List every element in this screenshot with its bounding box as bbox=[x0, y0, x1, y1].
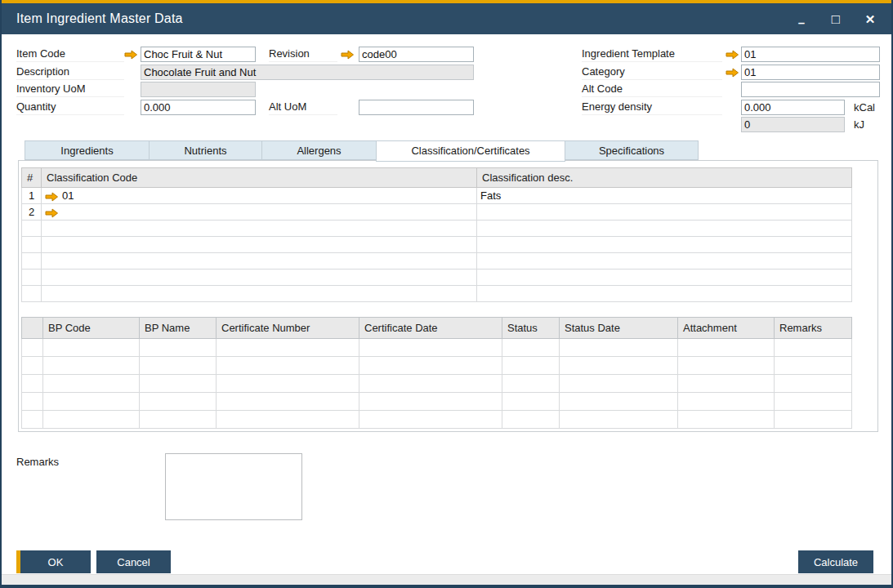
classification-code-cell[interactable] bbox=[42, 204, 477, 220]
col-header-rownum bbox=[22, 318, 43, 339]
status-strip bbox=[2, 574, 891, 585]
row-number: 1 bbox=[22, 188, 42, 204]
table-row bbox=[22, 339, 852, 357]
status-date-cell[interactable] bbox=[560, 357, 678, 375]
link-arrow-icon[interactable] bbox=[726, 50, 739, 60]
category-input[interactable] bbox=[741, 65, 880, 80]
kcal-unit-label: kCal bbox=[854, 101, 875, 114]
classification-code-cell[interactable]: 01 bbox=[42, 188, 477, 204]
table-row: 2 bbox=[22, 204, 852, 220]
energy-kj-field bbox=[741, 117, 845, 132]
col-header-certificate-number: Certificate Number bbox=[217, 318, 359, 339]
table-row bbox=[22, 286, 852, 302]
remarks-cell[interactable] bbox=[775, 375, 852, 393]
classification-desc-cell: Fats bbox=[477, 188, 852, 204]
certificate-number-cell[interactable] bbox=[217, 357, 359, 375]
col-header-remarks: Remarks bbox=[775, 318, 852, 339]
alt-uom-input[interactable] bbox=[359, 100, 474, 115]
bp-code-cell[interactable] bbox=[43, 375, 140, 393]
alt-code-label: Alt Code bbox=[582, 82, 722, 97]
col-header-classification-desc: Classification desc. bbox=[477, 168, 852, 188]
description-label: Description bbox=[16, 65, 124, 80]
certificate-number-cell[interactable] bbox=[217, 375, 359, 393]
certificate-date-cell[interactable] bbox=[359, 339, 502, 357]
certificate-date-cell[interactable] bbox=[359, 375, 502, 393]
col-header-classification-code: Classification Code bbox=[42, 168, 477, 188]
tab-ingredients[interactable]: Ingredients bbox=[25, 140, 149, 160]
tab-nutrients[interactable]: Nutrients bbox=[149, 140, 261, 160]
table-row bbox=[22, 411, 852, 429]
window-title: Item Ingredient Master Data bbox=[16, 11, 183, 26]
status-cell[interactable] bbox=[502, 393, 560, 411]
status-cell[interactable] bbox=[502, 357, 560, 375]
remarks-cell[interactable] bbox=[775, 411, 852, 429]
remarks-cell[interactable] bbox=[775, 393, 852, 411]
link-arrow-icon[interactable] bbox=[45, 192, 58, 202]
table-row: 1 01 Fats bbox=[22, 188, 852, 204]
status-date-cell[interactable] bbox=[560, 375, 678, 393]
classification-code-cell[interactable] bbox=[42, 220, 477, 237]
classification-desc-cell bbox=[477, 204, 852, 220]
minimize-icon[interactable]: – bbox=[795, 16, 808, 29]
col-header-certificate-date: Certificate Date bbox=[359, 318, 502, 339]
col-header-bp-code: BP Code bbox=[43, 318, 140, 339]
ingredient-template-input[interactable] bbox=[741, 47, 880, 62]
bp-code-cell[interactable] bbox=[43, 339, 140, 357]
table-row bbox=[22, 393, 852, 411]
window-controls: – □ ✕ bbox=[795, 12, 877, 26]
ok-button[interactable]: OK bbox=[16, 550, 91, 573]
item-code-input[interactable] bbox=[141, 47, 256, 62]
col-header-attachment: Attachment bbox=[678, 318, 775, 339]
certificate-date-cell[interactable] bbox=[359, 357, 502, 375]
status-date-cell[interactable] bbox=[560, 339, 678, 357]
table-row bbox=[22, 375, 852, 393]
tab-allergens[interactable]: Allergens bbox=[261, 140, 376, 160]
alt-uom-label: Alt UoM bbox=[269, 100, 337, 115]
status-cell[interactable] bbox=[502, 411, 560, 429]
link-arrow-icon[interactable] bbox=[45, 208, 58, 218]
status-cell[interactable] bbox=[502, 339, 560, 357]
classification-code-cell[interactable] bbox=[42, 253, 477, 270]
energy-density-label: Energy density bbox=[582, 100, 722, 115]
maximize-icon[interactable]: □ bbox=[829, 12, 842, 26]
revision-input[interactable] bbox=[359, 47, 474, 62]
link-arrow-icon[interactable] bbox=[341, 50, 354, 60]
close-icon[interactable]: ✕ bbox=[864, 13, 877, 25]
row-number: 2 bbox=[22, 204, 42, 220]
remarks-label: Remarks bbox=[16, 455, 155, 470]
tab-specifications[interactable]: Specifications bbox=[565, 140, 699, 160]
remarks-cell[interactable] bbox=[775, 339, 852, 357]
alt-code-input[interactable] bbox=[741, 82, 880, 97]
classification-code-cell[interactable] bbox=[42, 270, 477, 286]
inventory-uom-field bbox=[141, 82, 256, 97]
bp-code-cell[interactable] bbox=[43, 393, 140, 411]
certificate-date-cell[interactable] bbox=[359, 393, 502, 411]
link-arrow-icon[interactable] bbox=[726, 68, 739, 78]
remarks-cell[interactable] bbox=[775, 357, 852, 375]
classification-code-cell[interactable] bbox=[42, 237, 477, 253]
table-row bbox=[22, 270, 852, 286]
col-header-status: Status bbox=[502, 318, 560, 339]
calculate-button[interactable]: Calculate bbox=[798, 550, 873, 573]
status-cell[interactable] bbox=[502, 375, 560, 393]
bp-code-cell[interactable] bbox=[43, 357, 140, 375]
classification-code-cell[interactable] bbox=[42, 286, 477, 302]
quantity-input[interactable] bbox=[141, 100, 256, 115]
link-arrow-icon[interactable] bbox=[124, 50, 137, 60]
ingredient-template-label: Ingredient Template bbox=[582, 47, 722, 62]
certificate-number-cell[interactable] bbox=[217, 339, 359, 357]
kj-unit-label: kJ bbox=[854, 118, 864, 131]
remarks-textarea[interactable] bbox=[165, 453, 302, 520]
inventory-uom-label: Inventory UoM bbox=[16, 82, 124, 97]
table-row bbox=[22, 220, 852, 237]
certificate-number-cell[interactable] bbox=[217, 393, 359, 411]
status-date-cell[interactable] bbox=[560, 411, 678, 429]
tab-classification-certificates[interactable]: Classification/Certificates bbox=[376, 140, 565, 162]
bp-code-cell[interactable] bbox=[43, 411, 140, 429]
cancel-button[interactable]: Cancel bbox=[96, 550, 171, 573]
certificate-number-cell[interactable] bbox=[217, 411, 359, 429]
status-date-cell[interactable] bbox=[560, 393, 678, 411]
col-header-num: # bbox=[22, 168, 42, 188]
energy-density-input[interactable] bbox=[741, 100, 845, 115]
certificate-date-cell[interactable] bbox=[359, 411, 502, 429]
